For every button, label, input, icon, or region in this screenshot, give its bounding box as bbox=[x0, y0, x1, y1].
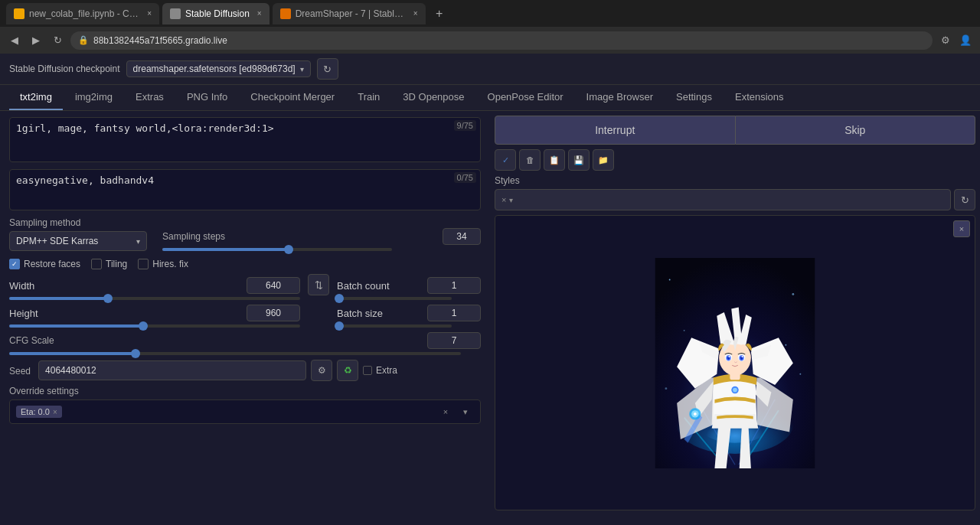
clipboard-icon: 📋 bbox=[549, 155, 560, 165]
checkpoint-label: Stable Diffusion checkpoint bbox=[9, 64, 120, 74]
sampling-method-group: Sampling method DPM++ SDE Karras ▾ bbox=[9, 217, 147, 251]
tab-close-sd[interactable]: × bbox=[257, 9, 262, 18]
tab-3d-openpose[interactable]: 3D Openpose bbox=[392, 85, 475, 110]
cfg-label: CFG Scale bbox=[9, 335, 54, 346]
height-input[interactable] bbox=[247, 305, 300, 321]
tab-stable-diffusion[interactable]: Stable Diffusion × bbox=[162, 3, 270, 24]
tab-colab[interactable]: new_colab_file.ipynb - Colabora... × bbox=[6, 3, 159, 24]
seed-extra-checkbox[interactable]: Extra bbox=[363, 365, 397, 376]
tab-close-ds[interactable]: × bbox=[413, 9, 418, 18]
restore-faces-checkbox-box: ✓ bbox=[9, 259, 20, 269]
tab-settings[interactable]: Settings bbox=[665, 85, 723, 110]
seed-dice-button[interactable]: ⚙ bbox=[311, 360, 332, 381]
batch-size-slider[interactable] bbox=[337, 324, 452, 328]
tab-favicon-ds bbox=[280, 8, 291, 19]
tool-trash-button[interactable]: 🗑 bbox=[519, 149, 541, 171]
height-thumb[interactable] bbox=[139, 321, 148, 331]
url-bar[interactable]: 🔒 88b1382445a71f5665.gradio.live bbox=[70, 31, 933, 50]
seed-input[interactable] bbox=[38, 360, 306, 380]
batch-count-thumb[interactable] bbox=[335, 294, 344, 303]
checkpoint-select[interactable]: dreamshaper.safetensors [ed989d673d] ▾ bbox=[126, 60, 311, 77]
tab-dreamshaper[interactable]: DreamShaper - 7 | Stable Diffusio... × bbox=[273, 3, 426, 24]
tool-clipboard-button[interactable]: 📋 bbox=[544, 149, 565, 171]
checkpoint-refresh-button[interactable]: ↻ bbox=[317, 58, 338, 80]
tiling-checkbox[interactable]: Tiling bbox=[91, 259, 127, 269]
tool-paste-button[interactable]: ✓ bbox=[495, 149, 516, 171]
width-thumb[interactable] bbox=[103, 294, 113, 303]
main-tabs: txt2img img2img Extras PNG Info Checkpoi… bbox=[0, 85, 980, 111]
override-input[interactable]: Eta: 0.0 × × ▾ bbox=[9, 399, 481, 424]
sampling-steps-thumb[interactable] bbox=[284, 245, 293, 254]
styles-input[interactable]: × ▾ bbox=[495, 189, 951, 210]
width-slider[interactable] bbox=[9, 297, 300, 300]
skip-button[interactable]: Skip bbox=[736, 116, 976, 145]
profile-icon[interactable]: 👤 bbox=[957, 32, 974, 49]
tab-txt2img[interactable]: txt2img bbox=[9, 85, 63, 110]
styles-label: Styles bbox=[495, 175, 975, 186]
override-arrow-icon[interactable]: ▾ bbox=[457, 403, 474, 420]
tab-train[interactable]: Train bbox=[347, 85, 390, 110]
seed-extra-label: Extra bbox=[376, 365, 397, 376]
app-container: Stable Diffusion checkpoint dreamshaper.… bbox=[0, 54, 980, 525]
styles-clear-icon[interactable]: × bbox=[501, 195, 506, 204]
tab-png-info[interactable]: PNG Info bbox=[176, 85, 238, 110]
sampling-steps-slider[interactable] bbox=[162, 248, 392, 251]
interrupt-button[interactable]: Interrupt bbox=[495, 116, 736, 145]
tool-folder-button[interactable]: 📁 bbox=[593, 149, 614, 171]
styles-input-row: × ▾ ↻ bbox=[495, 189, 975, 210]
svg-point-8 bbox=[799, 373, 801, 374]
override-tag-remove-icon[interactable]: × bbox=[53, 408, 57, 416]
trash-icon: 🗑 bbox=[526, 155, 534, 165]
tab-extensions[interactable]: Extensions bbox=[724, 85, 795, 110]
svg-point-4 bbox=[792, 292, 794, 295]
batch-size-thumb[interactable] bbox=[335, 321, 344, 331]
batch-size-label: Batch size bbox=[337, 308, 383, 319]
recycle-icon: ♻ bbox=[344, 365, 352, 376]
tab-favicon-sd bbox=[170, 8, 181, 19]
reload-button[interactable]: ↻ bbox=[49, 32, 66, 49]
restore-faces-check-icon: ✓ bbox=[11, 260, 18, 268]
override-tag-label: Eta: 0.0 bbox=[21, 407, 50, 416]
restore-faces-checkbox[interactable]: ✓ Restore faces bbox=[9, 259, 80, 269]
hires-fix-checkbox[interactable]: Hires. fix bbox=[138, 259, 188, 269]
negative-prompt-input[interactable] bbox=[9, 169, 481, 210]
tab-img2img[interactable]: img2img bbox=[64, 85, 123, 110]
checkpoint-value: dreamshaper.safetensors [ed989d673d] bbox=[133, 64, 296, 74]
width-input[interactable] bbox=[247, 277, 300, 294]
back-button[interactable]: ◀ bbox=[6, 32, 23, 49]
cfg-slider[interactable] bbox=[9, 352, 461, 355]
seed-label: Seed bbox=[9, 365, 31, 377]
tab-image-browser[interactable]: Image Browser bbox=[576, 85, 664, 110]
tab-close-colab[interactable]: × bbox=[147, 9, 152, 18]
extensions-icon[interactable]: ⚙ bbox=[937, 32, 954, 49]
styles-refresh-button[interactable]: ↻ bbox=[954, 189, 975, 210]
svg-point-14 bbox=[733, 387, 737, 392]
forward-button[interactable]: ▶ bbox=[28, 32, 44, 49]
tab-extras[interactable]: Extras bbox=[125, 85, 175, 110]
override-icons: × ▾ bbox=[437, 403, 474, 420]
tab-openpose-editor[interactable]: OpenPose Editor bbox=[477, 85, 574, 110]
dice-icon: ⚙ bbox=[318, 365, 326, 376]
batch-count-group: Batch count bbox=[337, 277, 481, 300]
sampling-steps-input[interactable] bbox=[443, 228, 481, 245]
svg-point-23 bbox=[728, 356, 730, 357]
override-clear-icon[interactable]: × bbox=[437, 403, 454, 420]
tool-save-button[interactable]: 💾 bbox=[568, 149, 590, 171]
sampling-method-select[interactable]: DPM++ SDE Karras ▾ bbox=[9, 231, 147, 251]
hires-fix-label: Hires. fix bbox=[152, 259, 188, 269]
swap-dimensions-button[interactable]: ⇅ bbox=[308, 274, 329, 295]
height-slider[interactable] bbox=[9, 324, 300, 328]
seed-recycle-button[interactable]: ♻ bbox=[337, 360, 358, 381]
batch-count-slider[interactable] bbox=[337, 297, 452, 300]
negative-prompt-counter: 0/75 bbox=[454, 172, 476, 183]
tab-checkpoint-merger[interactable]: Checkpoint Merger bbox=[240, 85, 345, 110]
cfg-input[interactable] bbox=[427, 332, 481, 349]
cfg-thumb[interactable] bbox=[131, 349, 140, 358]
new-tab-button[interactable]: + bbox=[429, 3, 450, 24]
batch-count-input[interactable] bbox=[427, 277, 481, 294]
styles-arrow-icon[interactable]: ▾ bbox=[509, 196, 513, 204]
positive-prompt-input[interactable] bbox=[9, 117, 481, 162]
batch-size-input[interactable] bbox=[427, 305, 481, 321]
image-close-button[interactable]: × bbox=[953, 220, 970, 237]
nav-bar: ◀ ▶ ↻ 🔒 88b1382445a71f5665.gradio.live ⚙… bbox=[0, 27, 980, 54]
